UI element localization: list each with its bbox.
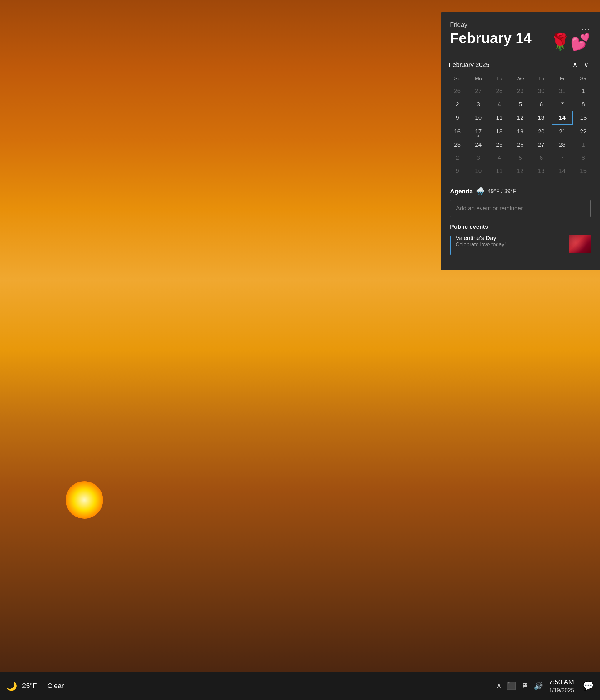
calendar-day-cell[interactable]: 4 <box>489 98 510 111</box>
event-item-valentines[interactable]: Valentine's Day Celebrate love today! <box>450 235 591 255</box>
network-icon[interactable]: 🖥 <box>521 681 529 690</box>
chevron-up-icon[interactable]: ∧ <box>496 681 502 690</box>
calendar-day-cell[interactable]: 10 <box>468 165 489 177</box>
event-bar <box>450 236 451 255</box>
calendar-day-cell[interactable]: 26 <box>447 84 468 98</box>
calendar-day-cell[interactable]: 12 <box>510 111 531 125</box>
prev-month-button[interactable]: ∧ <box>569 59 581 70</box>
calendar-day-cell[interactable]: 6 <box>531 98 552 111</box>
taskbar-icons: ∧ ⬛ 🖥 🔊 <box>496 681 543 690</box>
calendar-week-row-4: 2324252627281 <box>447 138 594 151</box>
calendar-day-cell[interactable]: 4 <box>489 151 510 165</box>
weekday-we: We <box>510 73 531 84</box>
calendar-day-cell[interactable]: 18 <box>489 125 510 138</box>
calendar-day-cell[interactable]: 16 <box>447 125 468 138</box>
calendar-day-cell[interactable]: 14 <box>552 165 573 177</box>
header-emoji: 🌹💕 <box>550 34 591 50</box>
calendar-day-cell[interactable]: 9 <box>447 165 468 177</box>
calendar-day-cell[interactable]: 19 <box>510 125 531 138</box>
calendar-day-cell[interactable]: 12 <box>510 165 531 177</box>
calendar-day-cell[interactable]: 25 <box>489 138 510 151</box>
taskbar-condition: Clear <box>48 682 64 690</box>
calendar-day-cell[interactable]: 26 <box>510 138 531 151</box>
more-options-button[interactable]: ... <box>581 23 591 32</box>
calendar-nav-row: February 2025 ∧ ∨ <box>447 56 594 73</box>
calendar-day-cell[interactable]: 11 <box>489 165 510 177</box>
calendar-day-cell[interactable]: 6 <box>531 151 552 165</box>
taskbar-temperature: 25°F <box>22 682 37 690</box>
weekday-tu: Tu <box>489 73 510 84</box>
moon-icon: 🌙 <box>6 681 17 691</box>
calendar-day-cell[interactable]: 7 <box>552 151 573 165</box>
calendar-day-cell[interactable]: 29 <box>510 84 531 98</box>
taskbar-clock[interactable]: 7:50 AM 1/19/2025 <box>549 678 574 694</box>
weekday-mo: Mo <box>468 73 489 84</box>
calendar-day-cell[interactable]: 21 <box>552 125 573 138</box>
calendar-week-row-0: 2627282930311 <box>447 84 594 98</box>
agenda-section: Agenda 🌧️ 49°F / 39°F Public events Vale… <box>441 184 600 258</box>
calendar-week-row-5: 2345678 <box>447 151 594 165</box>
taskbar: 🌙 25°F Clear ∧ ⬛ 🖥 🔊 7:50 AM 1/19/2025 💬 <box>0 672 600 700</box>
taskbar-left: 🌙 25°F Clear <box>6 681 64 691</box>
calendar-day-cell[interactable]: 9 <box>447 111 468 125</box>
calendar-day-cell[interactable]: 2 <box>447 151 468 165</box>
calendar-day-cell[interactable]: 24 <box>468 138 489 151</box>
calendar-day-cell[interactable]: 8 <box>573 151 594 165</box>
calendar-day-cell[interactable]: 23 <box>447 138 468 151</box>
event-dot <box>477 135 479 137</box>
calendar-day-cell[interactable]: 3 <box>468 98 489 111</box>
panel-date-label: February 14 <box>450 30 531 47</box>
calendar-day-cell[interactable]: 28 <box>552 138 573 151</box>
add-event-input-wrap[interactable] <box>450 200 591 217</box>
weekday-sa: Sa <box>573 73 594 84</box>
calendar-day-cell[interactable]: 13 <box>531 111 552 125</box>
calendar-day-cell[interactable]: 11 <box>489 111 510 125</box>
next-month-button[interactable]: ∨ <box>581 59 592 70</box>
calendar-day-cell[interactable]: 17 <box>468 125 489 138</box>
event-title: Valentine's Day <box>456 235 565 242</box>
taskbar-date-display: 1/19/2025 <box>549 687 574 694</box>
calendar-day-cell[interactable]: 1 <box>573 138 594 151</box>
calendar-day-cell[interactable]: 28 <box>489 84 510 98</box>
calendar-day-cell[interactable]: 31 <box>552 84 573 98</box>
agenda-header: Agenda 🌧️ 49°F / 39°F <box>450 187 591 195</box>
calendar-day-cell[interactable]: 22 <box>573 125 594 138</box>
calendar-day-cell[interactable]: 10 <box>468 111 489 125</box>
add-event-input[interactable] <box>456 205 585 212</box>
calendar-day-cell[interactable]: 1 <box>573 84 594 98</box>
agenda-label: Agenda <box>450 188 473 195</box>
calendar-day-cell[interactable]: 13 <box>531 165 552 177</box>
calendar-divider <box>447 181 594 181</box>
panel-day-label: Friday <box>450 21 531 28</box>
calendar-week-row-3: 16171819202122 <box>447 125 594 138</box>
volume-icon[interactable]: 🔊 <box>534 681 543 690</box>
weekday-fr: Fr <box>552 73 573 84</box>
weekday-su: Su <box>447 73 468 84</box>
event-description: Celebrate love today! <box>456 242 565 248</box>
calendar-day-cell[interactable]: 20 <box>531 125 552 138</box>
calendar-table: Su Mo Tu We Th Fr Sa 2627282930311234567… <box>447 73 594 177</box>
calendar-day-cell[interactable]: 2 <box>447 98 468 111</box>
calendar-section: February 2025 ∧ ∨ Su Mo Tu We Th Fr Sa 2… <box>441 53 600 177</box>
calendar-day-cell[interactable]: 15 <box>573 111 594 125</box>
calendar-day-cell[interactable]: 5 <box>510 151 531 165</box>
calendar-month-label: February 2025 <box>449 61 569 69</box>
calendar-day-cell[interactable]: 7 <box>552 98 573 111</box>
screen-icon[interactable]: ⬛ <box>507 681 516 690</box>
calendar-day-cell[interactable]: 8 <box>573 98 594 111</box>
calendar-day-cell[interactable]: 3 <box>468 151 489 165</box>
calendar-week-row-6: 9101112131415 <box>447 165 594 177</box>
weekday-th: Th <box>531 73 552 84</box>
calendar-day-cell[interactable]: 30 <box>531 84 552 98</box>
calendar-weekday-row: Su Mo Tu We Th Fr Sa <box>447 73 594 84</box>
notifications-icon[interactable]: 💬 <box>583 681 594 691</box>
sun-decoration <box>66 481 103 519</box>
calendar-day-cell[interactable]: 14 <box>552 111 573 125</box>
calendar-day-cell[interactable]: 15 <box>573 165 594 177</box>
calendar-day-cell[interactable]: 5 <box>510 98 531 111</box>
public-events-label: Public events <box>450 223 591 230</box>
calendar-day-cell[interactable]: 27 <box>468 84 489 98</box>
agenda-temperature: 49°F / 39°F <box>488 188 516 195</box>
calendar-day-cell[interactable]: 27 <box>531 138 552 151</box>
panel-header: Friday February 14 ... 🌹💕 <box>441 12 600 53</box>
